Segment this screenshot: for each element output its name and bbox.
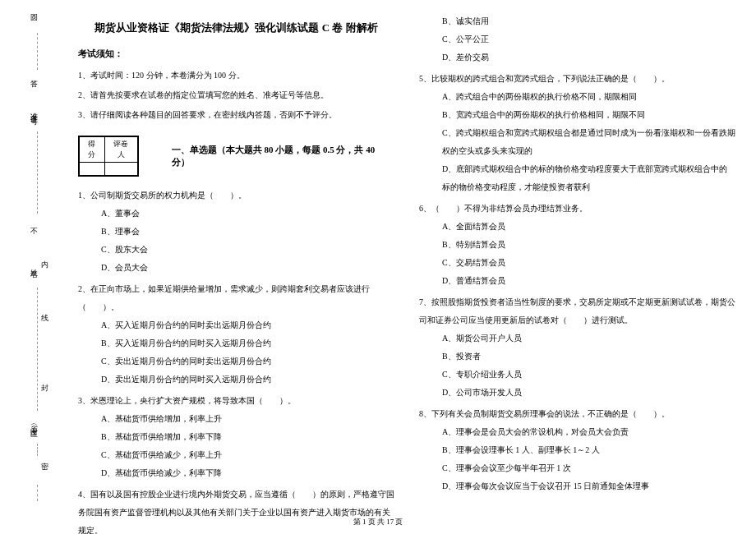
option: C、理事会会议至少每半年召开 1 次 (419, 459, 735, 477)
option: B、理事会设理事长 1 人、副理事长 1～2 人 (419, 441, 735, 459)
margin-label: 不 (29, 222, 39, 223)
notice-header: 考试须知： (78, 48, 394, 60)
option: B、诚实信用 (419, 12, 735, 30)
notice-item: 2、请首先按要求在试卷的指定位置填写您的姓名、准考证号等信息。 (78, 86, 394, 104)
option: B、理事会 (78, 223, 394, 241)
option: B、宽跨式组合中的两份期权的执行价格相同，期限不同 (419, 106, 735, 124)
page-footer: 第 1 页 共 17 页 (0, 517, 756, 527)
section-title: 一、单选题（本大题共 80 小题，每题 0.5 分，共 40 分） (172, 144, 394, 168)
score-box: 得分 评卷人 (78, 136, 139, 177)
option: D、普通结算会员 (419, 272, 735, 290)
question-stem: 7、按照股指期货投资者适当性制度的要求，交易所定期或不定期更新测试试卷，期货公司… (419, 293, 735, 329)
option: A、买入近期月份合约的同时卖出远期月份合约 (78, 316, 394, 334)
option: D、差价交易 (419, 48, 735, 67)
option: D、基础货币供给减少，利率下降 (78, 464, 394, 482)
option: D、理事会每次会议应当于会议召开 15 日前通知全体理事 (419, 477, 735, 495)
margin-dash (37, 288, 38, 411)
notice-item: 3、请仔细阅读各种题目的回答要求，在密封线内答题，否则不予评分。 (78, 106, 394, 124)
score-header: 得分 (80, 137, 105, 163)
option: B、特别结算会员 (419, 236, 735, 254)
margin-dash (37, 485, 38, 501)
margin-label: 圆 (29, 8, 39, 10)
margin-label: 答 (29, 74, 39, 76)
option: A、基础货币供给增加，利率上升 (78, 410, 394, 428)
score-cell (80, 163, 105, 176)
option: B、投资者 (419, 348, 735, 366)
option: A、理事会是会员大会的常设机构，对会员大会负责 (419, 423, 735, 441)
option: A、期货公司开户人员 (419, 329, 735, 348)
option: D、底部跨式期权组合中的标的物价格变动程度要大于底部宽跨式期权组合中的标的物价格… (419, 160, 735, 196)
question-stem: 5、比较期权的跨式组合和宽跨式组合，下列说法正确的是（ ）。 (419, 70, 735, 88)
margin-dash (37, 33, 38, 70)
question-stem: 1、公司制期货交易所的权力机构是（ ）。 (78, 186, 394, 205)
option: C、卖出近期月份合约的同时卖出远期月份合约 (78, 352, 394, 371)
margin-dash (37, 131, 38, 214)
option: C、公平公正 (419, 30, 735, 48)
margin-label-province: 省（市区） (29, 419, 39, 427)
option: C、股东大会 (78, 241, 394, 259)
option: D、卖出近期月份合约的同时买入远期月份合约 (78, 371, 394, 389)
option: D、公司市场开发人员 (419, 384, 735, 402)
option: A、跨式组合中的两份期权的执行价格不同，期限相同 (419, 88, 735, 106)
option: C、交易结算会员 (419, 254, 735, 272)
margin-label-exam-id: 准考证号 (29, 107, 39, 113)
question-stem: 6、（ ）不得为非结算会员办理结算业务。 (419, 200, 735, 218)
option: A、全面结算会员 (419, 218, 735, 236)
option: A、董事会 (78, 205, 394, 223)
option: C、跨式期权组合和宽跨式期权组合都是通过同时成为一份看涨期权和一份看跌期权的空头… (419, 124, 735, 160)
question-stem: 3、米恩理论上，央行扩大资产规模，将导致本国（ ）。 (78, 392, 394, 410)
exam-title: 期货从业资格证《期货法律法规》强化训练试题 C 卷 附解析 (78, 21, 394, 35)
notice-item: 1、考试时间：120 分钟，本卷满分为 100 分。 (78, 67, 394, 85)
margin-label-name: 姓名 (29, 263, 39, 266)
grader-header: 评卷人 (104, 137, 137, 163)
question-stem: 8、下列有关会员制期货交易所理事会的说法，不正确的是（ ）。 (419, 405, 735, 423)
option: C、专职介绍业务人员 (419, 366, 735, 384)
option: B、基础货币供给增加，利率下降 (78, 428, 394, 446)
right-column: B、诚实信用 C、公平公正 D、差价交易 5、比较期权的跨式组合和宽跨式组合，下… (407, 12, 748, 530)
margin-dash (37, 444, 38, 456)
question-stem: 2、在正向市场上，如果近期供给量增加，需求减少，则跨期套利交易者应该进行（ ）。 (78, 280, 394, 316)
option: C、基础货币供给减少，利率上升 (78, 446, 394, 464)
grader-cell (104, 163, 137, 176)
content-area: 期货从业资格证《期货法律法规》强化训练试题 C 卷 附解析 考试须知： 1、考试… (49, 0, 756, 534)
option: B、买入近期月份合约的同时买入远期月份合约 (78, 334, 394, 352)
left-column: 期货从业资格证《期货法律法规》强化训练试题 C 卷 附解析 考试须知： 1、考试… (66, 12, 407, 530)
binding-margin: 圆 答 准考证号 不 姓名 省（市区） 内 线 封 密 (0, 0, 49, 534)
option: D、会员大会 (78, 259, 394, 277)
